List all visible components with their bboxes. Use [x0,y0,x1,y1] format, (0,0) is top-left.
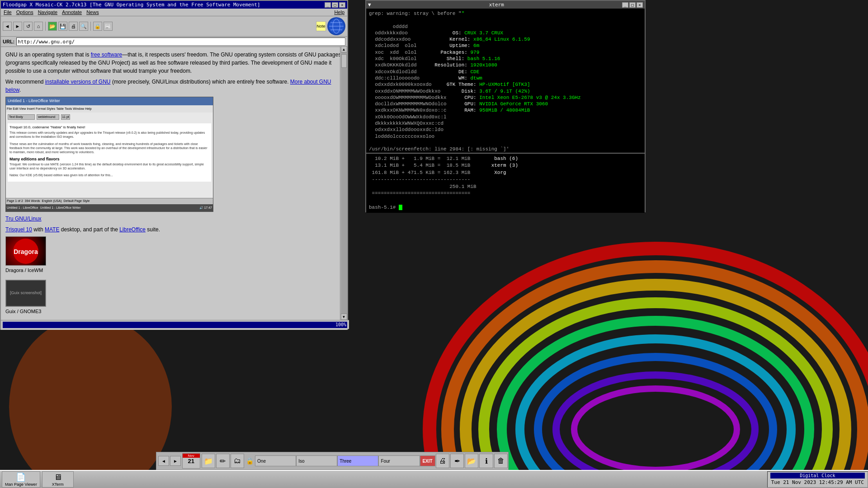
find-button[interactable]: 🔍 [79,22,88,31]
news-icon[interactable]: 📰 [104,22,113,31]
lo-page-count: Page 1 of 2 [7,199,23,204]
mem-content[interactable]: 10.2 MiB + 1.9 MiB = 12.1 MiB bash (6) 1… [366,154,645,213]
forward-button[interactable]: ► [13,22,22,31]
scroll-down-btn[interactable]: ▼ [341,314,347,320]
xterm-line-12: oxxddxONMMMMMWWOodkkxo Disk: 3.6T / 9.1T… [369,88,642,94]
xterm-title-left: ▼ [368,2,371,8]
mosaic-browser-window: Floodgap X Mosaic-CK 2.7ck13 [The GNU Op… [0,0,348,330]
xterm-window: ▼ xterm _ □ × grep: warning: stray \ bef… [365,0,646,154]
lo-menu-format: Format [36,107,46,112]
mosaic-maximize-btn[interactable]: □ [332,2,338,8]
wm-desktop-iso-label: Iso [298,459,304,464]
wm-trash-icon[interactable]: 🗑 [494,454,508,468]
menu-file[interactable]: File [4,9,12,15]
libreoffice-link[interactable]: LibreOffice [119,226,146,233]
lo-menu-window: Window [73,107,84,112]
lo-toolbar-row: Text Body webletround 11 pt [8,114,211,120]
menu-help[interactable]: Help [334,9,344,15]
mem-line-2: 161.8 MiB + 471.5 KiB = 162.3 MiB Xorg [369,169,642,176]
xterm-minimize[interactable]: _ [622,2,628,8]
reload-button[interactable]: ↺ [24,22,33,31]
libreoffice-screenshot: Untitled 1 - LibreOffice Writer File Edi… [5,97,213,212]
xterm-line-20 [369,140,642,146]
xterm-line-15: xxdkxxOKNWMMMWN0xdoxo::c RAM: 958MiB / 4… [369,107,642,113]
wm-pen-icon[interactable]: ✒ [450,454,464,468]
scroll-track[interactable] [341,52,347,314]
trisquel-desc: Trisquel 10 with MATE desktop, and part … [5,225,343,234]
trisquel-link[interactable]: Trisquel 10 [5,226,32,233]
back-button[interactable]: ◄ [3,22,12,31]
wm-print-icon[interactable]: 🖨 [436,454,449,468]
xterm-line-19: lodddolccccccoxxoloo [369,133,642,140]
intro-paragraph: GNU is an operating system that is free … [5,51,343,75]
lo-bottom-bar: Untitled 1 - LibreOffice Untitled 1 - Li… [6,204,213,211]
wm-nav-left[interactable]: ◄ [158,456,169,466]
progress-bar: 100% [3,322,347,328]
lo-menu-edit: Edit [13,107,18,112]
lo-titlebar: Untitled 1 - LibreOffice Writer [6,97,213,105]
free-software-link[interactable]: free software [91,52,122,58]
lo-style-selector: Text Body [8,114,35,120]
menu-news[interactable]: News [86,9,99,15]
svg-text:Dragora: Dragora [14,248,38,255]
mosaic-statusbar: 100% [1,320,349,329]
wm-exit-label: EXIT [422,459,432,464]
wm-desktop-three-label: Three [340,459,351,464]
lo-word-count: 394 Words [25,199,40,204]
wm-nav-right[interactable]: ► [170,456,181,466]
xterm-line-11: odxxddxk0000kxooxdo GTK Theme: HP-UXMoti… [369,81,642,88]
wm-exit-btn[interactable]: EXIT [420,455,435,466]
xterm-content[interactable]: grep: warning: stray \ before "" odddd o… [366,9,645,151]
wm-desktop-iso[interactable]: Iso [296,455,337,466]
taskbar-manpage-btn[interactable]: 📄 Man Page Viewer [2,471,40,488]
scroll-up-btn[interactable]: ▲ [341,46,347,52]
wm-desktop-one-label: One [257,459,266,464]
wm-desktop-three[interactable]: Three [337,455,378,466]
mosaic-close-btn[interactable]: × [339,2,345,8]
wm-desktop-one[interactable]: One [255,455,296,466]
mate-link[interactable]: MATE [45,226,59,233]
scroll-thumb[interactable] [341,54,347,68]
taskbar-xterm-btn[interactable]: 🖥 XTerm [42,471,74,488]
open-button[interactable]: 📂 [48,22,57,31]
security-button[interactable]: 🔒 [93,22,102,31]
menu-navigate[interactable]: Navigate [38,9,57,15]
home-button[interactable]: ⌂ [34,22,43,31]
print-button[interactable]: 🖨 [69,22,78,31]
mem-line-1: 13.1 MiB + 5.4 MiB = 18.5 MiB xterm (3) [369,162,642,169]
menu-options[interactable]: Options [16,9,33,15]
wm-files-icon[interactable]: 📁 [202,454,215,468]
calendar-btn[interactable]: Nov 21 [182,453,200,469]
lo-bottom-label1: Untitled 1 - LibreOffice [7,206,38,211]
lo-font-selector: webletround [37,114,59,120]
menu-annotate[interactable]: Annotate [62,9,82,15]
lo-document-content: Trisquel 10.0, codename "Nabia" is final… [8,123,211,182]
lo-menu-file: File [7,107,12,112]
taskbar: 📄 Man Page Viewer 🖥 XTerm Digital Clock … [0,470,868,488]
lo-content: Text Body webletround 11 pt Trisquel 10.… [6,113,213,198]
xterm-maximize[interactable]: □ [629,2,636,8]
xterm-line-9: xdcoxOkdlodldd DE: CDE [369,69,642,75]
lo-default-page: Default Page Style [64,199,90,204]
lo-lang: English (USA) [42,199,62,204]
mosaic-scrollbar[interactable]: ▲ ▼ [340,46,347,320]
url-input[interactable] [16,38,345,46]
tru-gnu-linux-link[interactable]: Tru GNU/Linux [5,216,42,222]
wm-edit-icon[interactable]: ✏ [216,454,230,468]
xterm-line-5: xdclodod olol Uptime: 6m [369,42,642,49]
mosaic-minimize-btn[interactable]: _ [325,2,331,8]
lo-menu-insert: Insert [27,107,35,112]
installable-link[interactable]: installable versions of GNU [45,79,111,85]
guix-img-content: [Guix screenshot] [6,281,45,306]
xterm-titlebar: ▼ xterm _ □ × [366,1,645,9]
wm-info-icon[interactable]: ℹ [479,454,493,468]
mosaic-content-area[interactable]: GNU is an operating system that is free … [1,47,347,330]
save-button[interactable]: 💾 [58,22,67,31]
wm-desktop-four[interactable]: Four [378,455,420,466]
wm-folder2-icon[interactable]: 📂 [465,454,478,468]
manpage-icon: 📄 [16,472,26,482]
lo-menu-view: View [19,107,26,112]
wm-folder-icon[interactable]: 🗂 [231,454,244,468]
mem-line-sep1: --------------------------------- [369,176,642,183]
xterm-close[interactable]: × [637,2,643,8]
